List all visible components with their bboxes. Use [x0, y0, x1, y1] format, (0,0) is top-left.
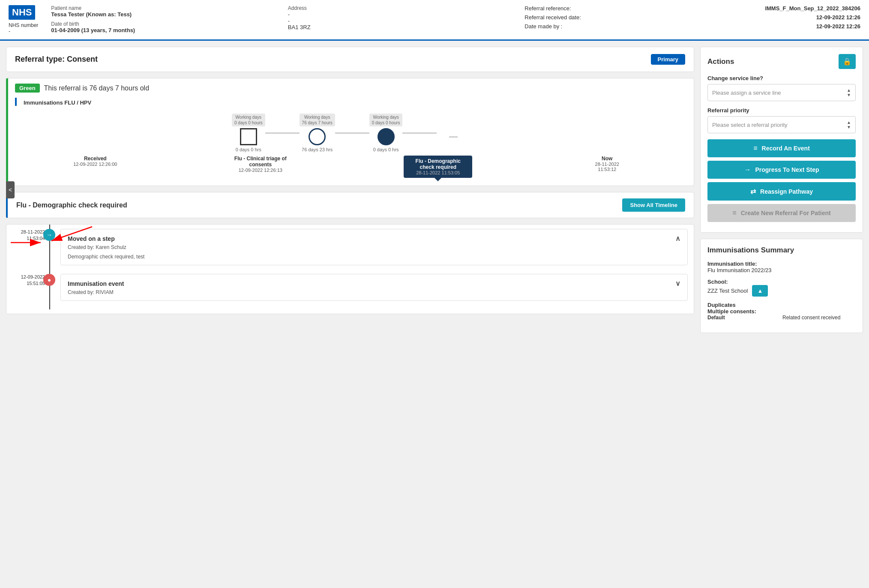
show-timeline-button[interactable]: Show All Timeline [622, 198, 685, 212]
reassign-label: Reassign Pathway [760, 188, 813, 195]
ref-received-value: 12-09-2022 12:26 [816, 14, 860, 21]
step-label-now-dt: 28-11-2022 11:53:12 [586, 162, 629, 172]
step-node-end: Working days0 days 0 hours - [437, 122, 470, 144]
service-line-label: Change service line? [707, 75, 856, 81]
duplicates-label: Duplicates [707, 302, 856, 308]
service-line-placeholder: Please assign a service line [712, 90, 781, 96]
event-chevron-2[interactable]: ∨ [675, 279, 680, 288]
header: NHS NHS number - Patient name Tessa Test… [0, 0, 869, 41]
timeline-card: Green This referral is 76 days 7 hours o… [6, 78, 694, 186]
address-line2: - [288, 18, 512, 24]
timeline-header: Green This referral is 76 days 7 hours o… [8, 78, 694, 98]
step-circle-2 [309, 128, 326, 145]
current-step-card: Flu - Demographic check required Show Al… [6, 192, 694, 218]
primary-badge: Primary [651, 54, 685, 65]
service-line-arrows: ▲ ▼ [847, 88, 851, 97]
step-line-1 [265, 132, 300, 134]
right-panel: Actions 🔒 Change service line? Please as… [700, 47, 863, 333]
green-badge: Green [15, 84, 40, 93]
record-event-icon: ≡ [753, 144, 757, 152]
events-card: 28-11-202211:53:04 → Moved on a step ∧ C… [6, 224, 694, 314]
school-row: ZZZ Test School ▲ [707, 285, 856, 297]
create-referral-icon: ≡ [732, 209, 736, 217]
nhs-logo-block: NHS NHS number - [9, 5, 38, 34]
reassign-pathway-button[interactable]: ⇄ Reassign Pathway [707, 182, 856, 201]
sidebar-toggle-icon: < [9, 186, 12, 193]
event-creator-2: Created by: RIVIAM [68, 289, 680, 295]
event-chevron-1[interactable]: ∧ [675, 234, 680, 243]
event-title-text-1: Moved on a step [68, 235, 115, 242]
active-step-arrow [434, 178, 441, 181]
address-label: Address [288, 5, 512, 11]
patient-name-label: Patient name [51, 5, 275, 11]
step-label-triage: Flu - Clinical triage of consents 12-09-… [231, 156, 291, 173]
step-above-3: Working days0 days 0 hours [369, 114, 403, 126]
step-label-triage-title: Flu - Clinical triage of consents [231, 156, 291, 168]
patient-name-value: Tessa Tester (Known as: Tess) [51, 11, 275, 18]
progress-label: Progress To Next Step [755, 166, 819, 173]
priority-placeholder: Please select a referral priority [712, 122, 788, 128]
nhs-number-label: NHS number [9, 22, 38, 28]
school-field: School: ZZZ Test School ▲ [707, 279, 856, 297]
create-referral-button[interactable]: ≡ Create New Referral For Patient [707, 204, 856, 222]
step-below-2: 76 days 23 hrs [302, 147, 333, 152]
event-row-2: 12-09-202215:51:05 ● Immunisation event … [11, 270, 694, 305]
upload-button[interactable]: ▲ [752, 285, 768, 297]
step-end-line [449, 136, 458, 138]
step-below-3: 0 days 0 hrs [373, 147, 399, 152]
step-label-demographic-title: Flu - Demographic check required [408, 158, 468, 170]
progress-icon: → [744, 166, 751, 174]
step-line-3 [402, 132, 437, 134]
event-title-1: Moved on a step ∧ [68, 234, 680, 243]
actions-card: Actions 🔒 Change service line? Please as… [700, 47, 863, 233]
immunisations-summary-card: Immunisations Summary Immunisation title… [700, 239, 863, 333]
nhs-number-value: - [9, 28, 38, 34]
duplicates-grid: Default Related consent received [707, 315, 856, 321]
school-value: ZZZ Test School [707, 288, 748, 294]
date-made-value: 12-09-2022 12:26 [816, 23, 860, 30]
step-node-1: Working days0 days 0 hours 0 days 0 hrs [232, 114, 265, 152]
step-square-1 [240, 128, 257, 145]
pathway-label: Immunisations FLU / HPV [15, 98, 694, 106]
event-title-text-2: Immunisation event [68, 280, 124, 287]
event-content-1: Moved on a step ∧ Created by: Karen Schu… [60, 229, 688, 265]
timeline-events: 28-11-202211:53:04 → Moved on a step ∧ C… [6, 225, 694, 309]
progress-next-step-button[interactable]: → Progress To Next Step [707, 161, 856, 179]
create-referral-label: Create New Referral For Patient [741, 210, 831, 216]
priority-select[interactable]: Please select a referral priority ▲ ▼ [707, 116, 856, 133]
referral-info: Referral reference: IMMS_F_Mon_Sep_12_20… [524, 5, 860, 32]
date-made-label: Date made by : [524, 23, 562, 30]
event-row-1: 28-11-202211:53:04 → Moved on a step ∧ C… [11, 225, 694, 270]
step-label-demographic-box: Flu - Demographic check required 28-11-2… [404, 156, 472, 178]
ref-received-label: Referral received date: [524, 14, 581, 21]
left-panel: < Referral type: Consent Primary Green T… [6, 47, 694, 333]
current-step-header: Flu - Demographic check required Show Al… [8, 192, 694, 218]
service-line-select[interactable]: Please assign a service line ▲ ▼ [707, 84, 856, 101]
step-label-now: Now 28-11-2022 11:53:12 [586, 156, 629, 172]
school-label: School: [707, 279, 856, 285]
actions-title: Actions [707, 57, 734, 66]
main-layout: < Referral type: Consent Primary Green T… [0, 41, 869, 339]
lock-button[interactable]: 🔒 [839, 54, 856, 69]
summary-title: Immunisations Summary [707, 246, 856, 255]
record-event-button[interactable]: ≡ Record An Event [707, 139, 856, 157]
step-above-1: Working days0 days 0 hours [232, 114, 265, 126]
record-event-label: Record An Event [762, 145, 810, 152]
multiple-consents-label: Multiple consents: [707, 308, 856, 315]
related-consent-value: Related consent received [782, 315, 856, 321]
steps-container: Working days0 days 0 hours 0 days 0 hrs … [8, 109, 694, 186]
duplicates-field: Duplicates Multiple consents: Default Re… [707, 302, 856, 321]
step-label-demographic-dt: 28-11-2022 11:53:05 [408, 170, 468, 175]
address-info: Address - - BA1 3RZ [288, 5, 512, 30]
step-node-2: Working days76 days 7 hours 76 days 23 h… [300, 114, 335, 152]
event-content-2: Immunisation event ∨ Created by: RIVIAM [60, 274, 688, 301]
imm-title-field: Immunisation title: Flu Immunisation 202… [707, 261, 856, 273]
timeline-age: This referral is 76 days 7 hours old [44, 84, 149, 92]
address-line3: BA1 3RZ [288, 24, 512, 30]
dob-label: Date of birth [51, 21, 275, 27]
step-below-1: 0 days 0 hrs [236, 147, 261, 152]
priority-arrows: ▲ ▼ [847, 120, 851, 129]
imm-title-label: Immunisation title: [707, 261, 856, 267]
step-label-triage-dt: 12-09-2022 12:26:13 [231, 168, 291, 173]
step-above-2: Working days76 days 7 hours [300, 114, 335, 126]
